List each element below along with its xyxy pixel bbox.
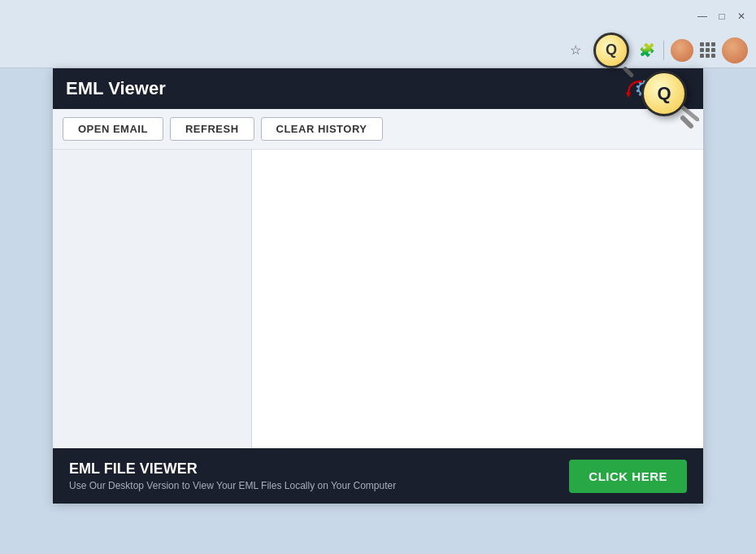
app-wrapper: EML Viewer ⚙ Q OPEN EMAIL REFRESH C — [53, 68, 703, 504]
google-apps-icon[interactable] — [700, 42, 715, 58]
footer-text: EML FILE VIEWER Use Our Desktop Version … — [69, 460, 396, 491]
browser-chrome: — □ ✕ — [0, 0, 756, 33]
bookmark-icon[interactable]: 🧩 — [637, 41, 657, 60]
magnifier-overlay-icon: Q — [641, 71, 687, 116]
action-toolbar: OPEN EMAIL REFRESH CLEAR HISTORY — [53, 109, 703, 150]
red-arrow-icon — [622, 78, 648, 104]
app-title: EML Viewer — [66, 78, 690, 99]
maximize-button[interactable]: □ — [715, 10, 728, 23]
footer-title: EML FILE VIEWER — [69, 460, 396, 478]
star-icon[interactable]: ☆ — [566, 41, 585, 60]
toolbar-divider — [663, 41, 664, 60]
refresh-button[interactable]: REFRESH — [170, 117, 254, 141]
open-email-button[interactable]: OPEN EMAIL — [63, 117, 163, 141]
profile-avatar-large[interactable] — [722, 37, 748, 63]
footer-banner: EML FILE VIEWER Use Our Desktop Version … — [53, 448, 703, 504]
app-header: EML Viewer ⚙ Q — [53, 68, 703, 109]
profile-avatar-small[interactable] — [671, 39, 693, 62]
minimize-button[interactable]: — — [696, 10, 709, 23]
click-here-button[interactable]: CLICK HERE — [569, 460, 687, 493]
search-icon[interactable]: Q — [592, 31, 631, 70]
browser-toolbar: ☆ Q 🧩 — [0, 33, 756, 68]
close-button[interactable]: ✕ — [735, 10, 748, 23]
footer-subtitle: Use Our Desktop Version to View Your EML… — [69, 480, 396, 491]
clear-history-button[interactable]: CLEAR HISTORY — [261, 117, 383, 141]
window-controls: — □ ✕ — [696, 10, 748, 23]
svg-marker-0 — [626, 93, 631, 98]
